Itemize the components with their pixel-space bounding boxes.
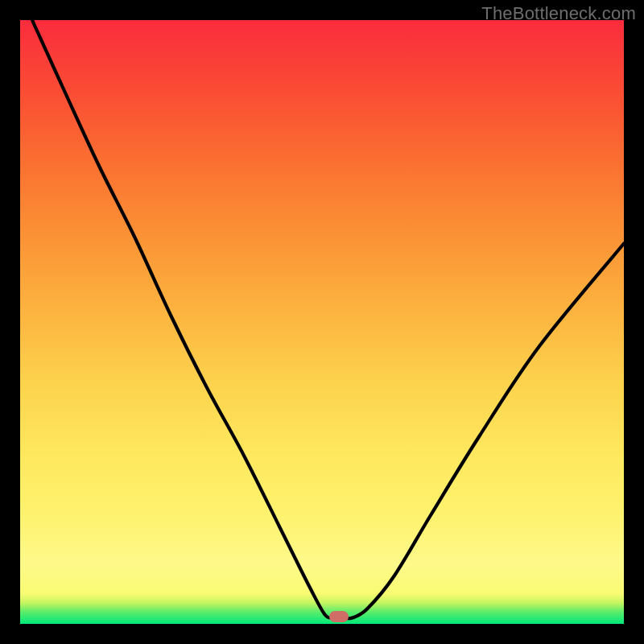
chart-frame: TheBottleneck.com [0,0,644,644]
optimal-marker [329,611,349,622]
plot-area [20,20,624,624]
watermark-text: TheBottleneck.com [481,3,636,24]
bottleneck-curve [20,20,624,624]
